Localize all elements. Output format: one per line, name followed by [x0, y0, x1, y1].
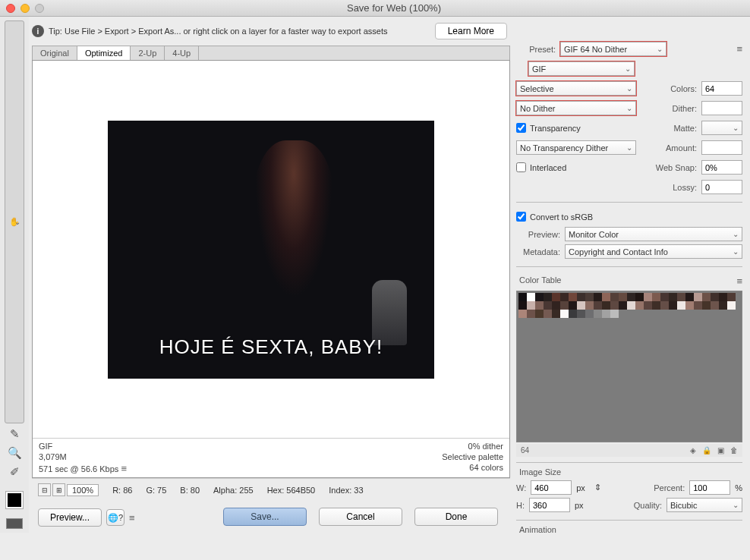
- foreground-color-swatch[interactable]: [6, 492, 23, 508]
- color-swatch[interactable]: [594, 293, 602, 301]
- color-swatch[interactable]: [552, 310, 560, 318]
- colortable-menu-icon[interactable]: [736, 275, 742, 287]
- preview-mode-select[interactable]: Monitor Color: [565, 227, 742, 241]
- ct-delete-icon[interactable]: 🗑: [730, 446, 738, 455]
- color-swatch[interactable]: [585, 293, 594, 301]
- interlaced-checkbox[interactable]: [516, 162, 526, 172]
- preview-button[interactable]: Preview...: [38, 508, 102, 527]
- color-swatch[interactable]: [702, 301, 711, 310]
- color-swatch[interactable]: [719, 293, 727, 301]
- transparency-checkbox[interactable]: [516, 123, 526, 133]
- color-swatch[interactable]: [518, 293, 527, 301]
- color-table[interactable]: [516, 291, 742, 442]
- width-input[interactable]: [531, 480, 572, 495]
- color-swatch[interactable]: [685, 301, 694, 310]
- color-swatch[interactable]: [610, 293, 619, 301]
- color-swatch[interactable]: [569, 301, 577, 310]
- slice-select-tool-icon[interactable]: ✎: [5, 426, 24, 442]
- dither-algo-select[interactable]: No Dither: [516, 101, 636, 115]
- color-swatch[interactable]: [677, 293, 685, 301]
- matte-select[interactable]: [701, 121, 742, 135]
- color-swatch[interactable]: [660, 293, 669, 301]
- color-swatch[interactable]: [560, 310, 569, 318]
- percent-input[interactable]: [689, 480, 730, 495]
- color-swatch[interactable]: [577, 293, 585, 301]
- color-swatch[interactable]: [544, 310, 552, 318]
- browser-preview-icon[interactable]: 🌐?: [106, 509, 124, 526]
- cancel-button[interactable]: Cancel: [319, 508, 402, 526]
- format-select[interactable]: GIF: [528, 61, 635, 76]
- color-swatch[interactable]: [560, 293, 569, 301]
- color-swatch[interactable]: [577, 301, 585, 310]
- color-swatch[interactable]: [677, 301, 685, 310]
- minimize-window-icon[interactable]: [20, 4, 30, 13]
- tab-original[interactable]: Original: [33, 46, 77, 60]
- link-dimensions-icon[interactable]: ⇕: [594, 483, 601, 492]
- color-swatch[interactable]: [518, 301, 527, 310]
- color-swatch[interactable]: [602, 293, 610, 301]
- color-swatch[interactable]: [669, 301, 677, 310]
- transparency-dither-select[interactable]: No Transparency Dither: [516, 140, 636, 155]
- tab-4up[interactable]: 4-Up: [165, 46, 199, 60]
- height-input[interactable]: [529, 498, 570, 512]
- color-swatch[interactable]: [610, 310, 619, 318]
- color-swatch[interactable]: [535, 310, 544, 318]
- color-swatch[interactable]: [619, 301, 627, 310]
- ct-websafe-icon[interactable]: ◈: [690, 446, 696, 455]
- color-swatch[interactable]: [660, 301, 669, 310]
- reduction-select[interactable]: Selective: [516, 81, 636, 96]
- color-swatch[interactable]: [577, 310, 585, 318]
- color-swatch[interactable]: [594, 310, 602, 318]
- color-swatch[interactable]: [527, 293, 535, 301]
- zoom-out-icon[interactable]: ⊟: [38, 483, 51, 496]
- tab-2up[interactable]: 2-Up: [131, 46, 165, 60]
- color-swatch[interactable]: [602, 301, 610, 310]
- color-swatch[interactable]: [552, 301, 560, 310]
- color-swatch[interactable]: [610, 301, 619, 310]
- color-swatch[interactable]: [644, 301, 652, 310]
- color-swatch[interactable]: [702, 293, 711, 301]
- color-swatch[interactable]: [694, 301, 702, 310]
- color-swatch[interactable]: [685, 293, 694, 301]
- color-swatch[interactable]: [552, 293, 560, 301]
- color-swatch[interactable]: [535, 293, 544, 301]
- color-swatch[interactable]: [727, 301, 736, 310]
- close-window-icon[interactable]: [6, 4, 15, 13]
- color-swatch[interactable]: [644, 293, 652, 301]
- slice-visibility-icon[interactable]: [6, 518, 23, 529]
- lossy-input[interactable]: [701, 180, 742, 194]
- tab-optimized[interactable]: Optimized: [77, 46, 131, 60]
- color-swatch[interactable]: [619, 293, 627, 301]
- color-swatch[interactable]: [719, 301, 727, 310]
- preset-select[interactable]: GIF 64 No Dither: [560, 42, 666, 56]
- color-swatch[interactable]: [544, 301, 552, 310]
- color-swatch[interactable]: [535, 301, 544, 310]
- color-swatch[interactable]: [627, 301, 635, 310]
- color-swatch[interactable]: [569, 310, 577, 318]
- color-swatch[interactable]: [569, 293, 577, 301]
- color-swatch[interactable]: [627, 293, 635, 301]
- preview-canvas[interactable]: HOJE É SEXTA, BABY!: [33, 61, 509, 438]
- websnap-input[interactable]: [701, 160, 742, 175]
- color-swatch[interactable]: [694, 293, 702, 301]
- color-swatch[interactable]: [727, 293, 736, 301]
- srgb-checkbox[interactable]: [516, 212, 526, 222]
- hand-tool-icon[interactable]: ✋: [5, 20, 24, 423]
- color-swatch[interactable]: [669, 293, 677, 301]
- save-button[interactable]: Save...: [223, 508, 307, 526]
- preset-menu-icon[interactable]: [736, 43, 742, 55]
- color-swatch[interactable]: [585, 310, 594, 318]
- color-swatch[interactable]: [544, 293, 552, 301]
- color-swatch[interactable]: [602, 310, 610, 318]
- color-swatch[interactable]: [527, 310, 535, 318]
- color-swatch[interactable]: [585, 301, 594, 310]
- download-speed-menu-icon[interactable]: [121, 464, 127, 473]
- color-swatch[interactable]: [635, 301, 644, 310]
- zoom-tool-icon[interactable]: 🔍: [5, 445, 24, 461]
- zoom-select[interactable]: 100%: [67, 484, 99, 496]
- eyedropper-tool-icon[interactable]: ✐: [5, 464, 24, 480]
- zoom-in-icon[interactable]: ⊞: [52, 483, 65, 496]
- ct-lock-icon[interactable]: 🔒: [702, 446, 711, 455]
- color-swatch[interactable]: [652, 301, 660, 310]
- color-swatch[interactable]: [594, 301, 602, 310]
